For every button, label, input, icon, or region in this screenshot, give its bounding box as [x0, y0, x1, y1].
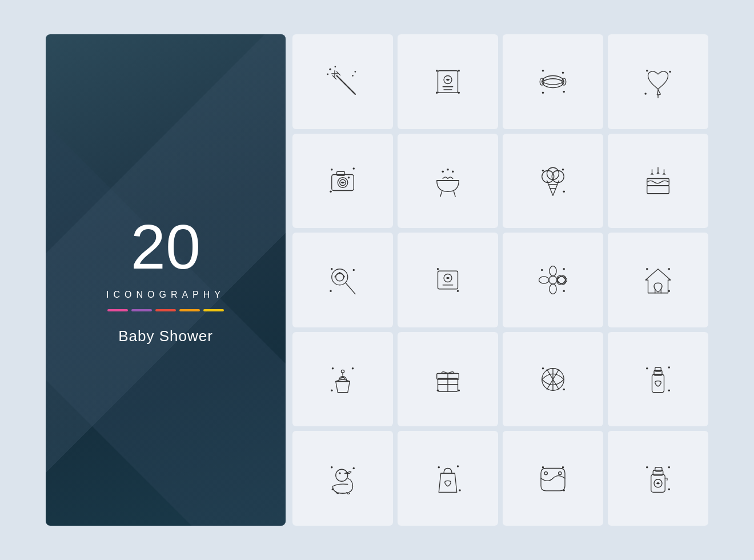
svg-point-22 [542, 75, 564, 87]
iconography-label: ICONOGRAPHY [106, 290, 225, 300]
lotion-bottle-icon [638, 359, 678, 399]
svg-point-0 [329, 68, 331, 70]
svg-point-13 [458, 91, 460, 94]
svg-point-118 [646, 466, 648, 469]
icon-cell-photo-frame [398, 233, 498, 327]
svg-point-37 [442, 171, 444, 173]
category-title: Baby Shower [106, 327, 225, 345]
svg-point-1 [335, 66, 336, 67]
svg-point-2 [327, 73, 328, 75]
svg-point-11 [458, 70, 460, 72]
lollipop-icon [323, 260, 363, 300]
svg-point-21 [563, 91, 566, 93]
svg-point-18 [542, 70, 544, 72]
svg-point-93 [542, 367, 544, 370]
soap-dispenser-icon [638, 458, 678, 498]
svg-point-29 [331, 169, 333, 171]
svg-point-114 [562, 466, 564, 469]
greeting-card-icon [428, 62, 468, 102]
svg-point-10 [436, 70, 438, 72]
diaper-icon [533, 458, 573, 498]
svg-point-74 [550, 284, 556, 294]
svg-rect-54 [647, 179, 669, 186]
left-content: 20 ICONOGRAPHY Baby Shower [83, 193, 248, 368]
svg-point-111 [457, 465, 459, 467]
baby-tub-icon [428, 161, 468, 201]
svg-point-120 [668, 489, 671, 491]
svg-point-27 [644, 93, 647, 95]
svg-point-101 [668, 389, 671, 391]
heart-balloon-icon [638, 62, 678, 102]
svg-point-117 [559, 472, 562, 475]
svg-line-61 [346, 283, 355, 294]
svg-point-106 [353, 467, 355, 470]
svg-point-4 [352, 75, 354, 77]
ice-cream-icon [533, 161, 573, 201]
icon-cell-lollipop [292, 233, 393, 327]
color-bar-3 [155, 309, 176, 311]
birthday-cake-icon [638, 161, 678, 201]
svg-line-5 [337, 75, 355, 94]
icon-cell-beach-ball [503, 332, 603, 427]
main-container: 20 ICONOGRAPHY Baby Shower [34, 23, 720, 537]
icon-cell-heart-balloon [608, 34, 708, 129]
icon-cell-cupcake [292, 332, 393, 427]
svg-point-105 [331, 466, 333, 469]
svg-point-20 [542, 91, 544, 94]
svg-point-38 [447, 169, 449, 171]
svg-line-42 [454, 192, 456, 197]
svg-rect-33 [337, 172, 345, 176]
icon-cell-shopping-bag [398, 431, 498, 526]
svg-point-31 [330, 191, 332, 193]
svg-point-69 [563, 268, 566, 270]
svg-point-75 [539, 277, 550, 283]
svg-point-119 [668, 466, 671, 469]
svg-point-25 [646, 70, 648, 72]
svg-point-79 [668, 268, 671, 270]
icon-cell-baby-tub [398, 134, 498, 229]
svg-rect-123 [655, 467, 662, 471]
icon-cell-diaper [503, 431, 603, 526]
icon-cell-magic-wand [292, 34, 393, 129]
svg-point-56 [331, 268, 333, 270]
svg-rect-102 [652, 374, 664, 393]
icon-cell-baby-camera [292, 134, 393, 229]
rubber-duck-icon [323, 458, 363, 498]
candy-icon [533, 62, 573, 102]
svg-point-59 [332, 269, 348, 285]
icon-cell-greeting-card [398, 34, 498, 129]
svg-point-70 [563, 290, 566, 292]
icon-cell-ice-cream [503, 134, 603, 229]
left-panel: 20 ICONOGRAPHY Baby Shower [46, 34, 286, 526]
svg-point-77 [555, 274, 567, 286]
svg-point-43 [542, 170, 544, 172]
icon-cell-candy [503, 34, 603, 129]
svg-point-57 [353, 269, 355, 271]
svg-point-64 [457, 290, 459, 292]
svg-point-44 [562, 169, 564, 171]
svg-point-12 [436, 91, 438, 94]
shopping-bag-icon [428, 458, 468, 498]
svg-point-109 [339, 473, 341, 475]
svg-point-58 [330, 290, 332, 292]
svg-point-71 [549, 276, 557, 284]
svg-point-110 [438, 466, 440, 469]
svg-point-112 [459, 489, 461, 491]
color-bar-5 [203, 309, 224, 311]
icon-cell-gift-box [398, 332, 498, 427]
svg-point-78 [646, 268, 648, 270]
beach-ball-icon [533, 359, 573, 399]
icon-cell-flower [503, 233, 603, 327]
svg-point-39 [452, 171, 454, 173]
svg-point-84 [352, 367, 354, 370]
gift-box-icon [428, 359, 468, 399]
color-bars [106, 309, 225, 311]
icon-cell-rubber-duck [292, 431, 393, 526]
magic-wand-icon [323, 62, 363, 102]
svg-line-41 [440, 192, 442, 197]
svg-point-19 [562, 71, 564, 74]
svg-point-116 [544, 472, 547, 475]
flower-icon [533, 260, 573, 300]
svg-point-85 [331, 389, 333, 391]
svg-point-36 [348, 177, 350, 179]
